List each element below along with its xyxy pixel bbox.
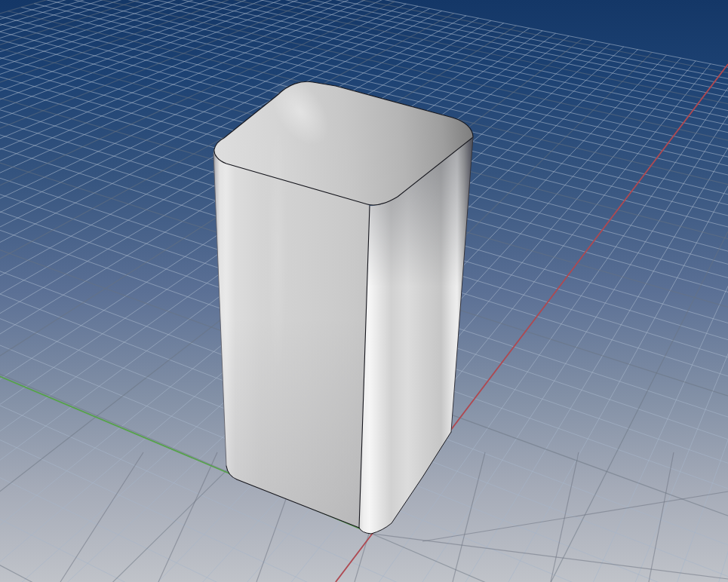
left-face-highlight (268, 121, 287, 377)
cad-3d-viewport[interactable] (0, 0, 728, 582)
box-left-face-shading (213, 149, 370, 528)
